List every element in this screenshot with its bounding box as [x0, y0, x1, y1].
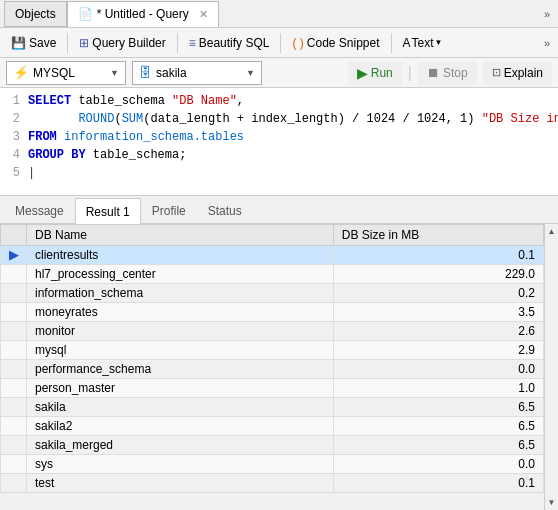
code-line-3: FROM information_schema.tables — [28, 128, 558, 146]
save-button[interactable]: 💾 Save — [4, 31, 63, 55]
vertical-scrollbar[interactable]: ▲ ▼ — [544, 224, 558, 510]
col-db-name: DB Name — [27, 225, 334, 246]
cell-db-size: 6.5 — [333, 436, 543, 455]
code-line-5 — [28, 164, 558, 182]
text-dropdown-arrow: ▼ — [435, 38, 443, 47]
toolbar-expand-icon[interactable]: » — [540, 37, 554, 49]
tab-result1-label: Result 1 — [86, 205, 130, 219]
code-editor[interactable]: 1 2 3 4 5 SELECT table_schema "DB Name",… — [0, 88, 558, 196]
mysql-selector[interactable]: ⚡ MYSQL ▼ — [6, 61, 126, 85]
row-indicator — [1, 379, 27, 398]
schema-icon: 🗄 — [139, 65, 152, 80]
cell-db-name: clientresults — [27, 246, 334, 265]
table-row[interactable]: monitor 2.6 — [1, 322, 544, 341]
scroll-track[interactable] — [545, 239, 558, 495]
cell-db-name: sakila — [27, 398, 334, 417]
query-builder-button[interactable]: ⊞ Query Builder — [72, 31, 172, 55]
mysql-icon: ⚡ — [13, 65, 29, 80]
cell-db-name: sys — [27, 455, 334, 474]
row-indicator — [1, 474, 27, 493]
col-indicator — [1, 225, 27, 246]
tab-result1[interactable]: Result 1 — [75, 198, 141, 224]
file-icon: 📄 — [78, 7, 93, 21]
cell-db-size: 0.0 — [333, 455, 543, 474]
toolbar-sep-4 — [391, 33, 392, 53]
cell-db-name: moneyrates — [27, 303, 334, 322]
row-indicator — [1, 303, 27, 322]
mysql-dropdown-arrow: ▼ — [110, 68, 119, 78]
result-table: DB Name DB Size in MB ▶ clientresults 0.… — [0, 224, 544, 493]
cell-db-size: 229.0 — [333, 265, 543, 284]
explain-label: Explain — [504, 66, 543, 80]
code-line-4: GROUP BY table_schema; — [28, 146, 558, 164]
db-selector-row: ⚡ MYSQL ▼ 🗄 sakila ▼ ▶ Run | ⏹ Stop ⊡ Ex… — [0, 58, 558, 88]
table-row[interactable]: ▶ clientresults 0.1 — [1, 246, 544, 265]
row-indicator — [1, 265, 27, 284]
tab-query-label: * Untitled - Query — [97, 7, 189, 21]
table-row[interactable]: performance_schema 0.0 — [1, 360, 544, 379]
explain-button[interactable]: ⊡ Explain — [483, 61, 552, 85]
row-indicator: ▶ — [1, 246, 27, 265]
cell-db-name: sakila2 — [27, 417, 334, 436]
row-indicator — [1, 322, 27, 341]
main-window: Objects 📄 * Untitled - Query ✕ » 💾 Save … — [0, 0, 558, 510]
code-snippet-button[interactable]: ( ) Code Snippet — [285, 31, 386, 55]
tab-status[interactable]: Status — [197, 197, 253, 223]
cell-db-size: 1.0 — [333, 379, 543, 398]
table-row[interactable]: person_master 1.0 — [1, 379, 544, 398]
table-row[interactable]: test 0.1 — [1, 474, 544, 493]
cell-db-size: 3.5 — [333, 303, 543, 322]
table-row[interactable]: sakila 6.5 — [1, 398, 544, 417]
tab-objects[interactable]: Objects — [4, 1, 67, 27]
stop-icon: ⏹ — [427, 65, 440, 80]
beautify-sql-button[interactable]: ≡ Beautify SQL — [182, 31, 277, 55]
table-row[interactable]: mysql 2.9 — [1, 341, 544, 360]
cell-db-name: hl7_processing_center — [27, 265, 334, 284]
code-snippet-icon: ( ) — [292, 36, 303, 50]
cell-db-name: sakila_merged — [27, 436, 334, 455]
tab-message-label: Message — [15, 204, 64, 218]
close-icon[interactable]: ✕ — [199, 8, 208, 21]
cell-db-name: performance_schema — [27, 360, 334, 379]
schema-name: sakila — [156, 66, 187, 80]
table-row[interactable]: information_schema 0.2 — [1, 284, 544, 303]
table-row[interactable]: hl7_processing_center 229.0 — [1, 265, 544, 284]
table-scroll-area[interactable]: DB Name DB Size in MB ▶ clientresults 0.… — [0, 224, 544, 510]
scroll-down-arrow[interactable]: ▼ — [545, 495, 558, 510]
result-pane: DB Name DB Size in MB ▶ clientresults 0.… — [0, 224, 558, 510]
tab-objects-label: Objects — [15, 7, 56, 21]
collapse-icon[interactable]: » — [540, 8, 554, 20]
scroll-up-arrow[interactable]: ▲ — [545, 224, 558, 239]
tab-status-label: Status — [208, 204, 242, 218]
table-row[interactable]: moneyrates 3.5 — [1, 303, 544, 322]
tab-query[interactable]: 📄 * Untitled - Query ✕ — [67, 1, 219, 27]
tab-message[interactable]: Message — [4, 197, 75, 223]
code-line-2: ROUND(SUM(data_length + index_length) / … — [28, 110, 558, 128]
cell-db-size: 2.9 — [333, 341, 543, 360]
cell-db-name: person_master — [27, 379, 334, 398]
table-row[interactable]: sys 0.0 — [1, 455, 544, 474]
table-row[interactable]: sakila_merged 6.5 — [1, 436, 544, 455]
run-button[interactable]: ▶ Run — [348, 61, 402, 85]
stop-button[interactable]: ⏹ Stop — [418, 61, 477, 85]
stop-label: Stop — [443, 66, 468, 80]
tab-bar: Objects 📄 * Untitled - Query ✕ » — [0, 0, 558, 28]
explain-icon: ⊡ — [492, 66, 501, 79]
code-content[interactable]: SELECT table_schema "DB Name", ROUND(SUM… — [28, 92, 558, 191]
mysql-name: MYSQL — [33, 66, 75, 80]
row-indicator — [1, 455, 27, 474]
run-label: Run — [371, 66, 393, 80]
tab-profile[interactable]: Profile — [141, 197, 197, 223]
schema-selector[interactable]: 🗄 sakila ▼ — [132, 61, 262, 85]
cell-db-name: test — [27, 474, 334, 493]
table-row[interactable]: sakila2 6.5 — [1, 417, 544, 436]
toolbar-sep-1 — [67, 33, 68, 53]
result-tabs: Message Result 1 Profile Status — [0, 196, 558, 224]
run-stop-separator: | — [408, 64, 412, 82]
cell-db-size: 0.0 — [333, 360, 543, 379]
text-icon: A — [403, 36, 411, 50]
tab-profile-label: Profile — [152, 204, 186, 218]
text-format-button[interactable]: A Text ▼ — [396, 31, 450, 55]
row-indicator — [1, 284, 27, 303]
cell-db-size: 6.5 — [333, 417, 543, 436]
